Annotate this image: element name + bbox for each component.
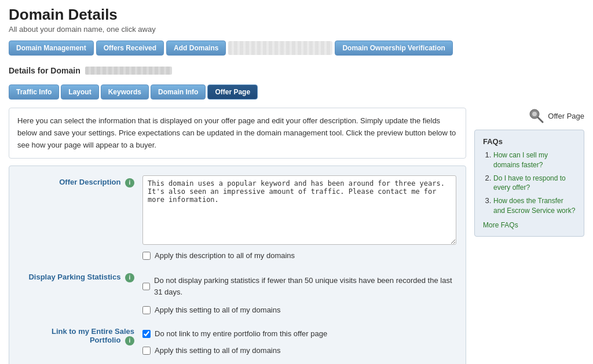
- portfolio-link-label: Link to my Entire Sales Portfolio i: [19, 325, 134, 345]
- search-icon: [528, 108, 544, 124]
- portfolio-do-not-link-checkbox[interactable]: [142, 330, 151, 338]
- svg-line-2: [538, 117, 543, 122]
- parking-statistics-checkboxes: Do not display parking statistics if few…: [142, 270, 456, 314]
- details-header: Details for Domain: [9, 62, 584, 79]
- faq-list: How can I sell my domains faster? Do I h…: [483, 150, 576, 216]
- parking-statistics-info-icon[interactable]: i: [125, 273, 134, 282]
- sidebar: Offer Page FAQs How can I sell my domain…: [474, 108, 584, 364]
- nav-offers-received[interactable]: Offers Received: [96, 41, 164, 56]
- domain-name-blurred-top: [228, 41, 332, 55]
- faq-box: FAQs How can I sell my domains faster? D…: [474, 130, 584, 237]
- details-label: Details for Domain: [9, 66, 80, 75]
- faq-item-1: How can I sell my domains faster?: [493, 150, 576, 170]
- faq-title: FAQs: [483, 137, 576, 146]
- top-navigation: Domain Management Offers Received Add Do…: [9, 41, 584, 56]
- portfolio-apply-checkbox[interactable]: [142, 347, 151, 355]
- offer-description-info-icon[interactable]: i: [125, 178, 134, 187]
- page-title: Domain Details All about your domain nam…: [9, 6, 584, 34]
- nav-domain-management[interactable]: Domain Management: [9, 41, 94, 56]
- parking-do-not-display-row: Do not display parking statistics if few…: [142, 275, 456, 297]
- faq-link-3[interactable]: How does the Transfer and Escrow Service…: [493, 197, 575, 215]
- offer-description-apply-row: Apply this description to all of my doma…: [142, 251, 456, 260]
- offer-description-apply-label: Apply this description to all of my doma…: [155, 251, 295, 260]
- portfolio-apply-label: Apply this setting to all of my domains: [155, 346, 281, 355]
- portfolio-link-row: Link to my Entire Sales Portfolio i Do n…: [19, 325, 456, 355]
- offer-description-row: Offer Description i This domain uses a p…: [19, 175, 456, 260]
- tab-keywords[interactable]: Keywords: [101, 84, 149, 100]
- offer-description-apply-checkbox[interactable]: [142, 252, 151, 260]
- offer-description-field: This domain uses a popular keyword and h…: [142, 175, 456, 260]
- tab-layout[interactable]: Layout: [61, 84, 98, 100]
- faq-item-2: Do I have to respond to every offer?: [493, 174, 576, 193]
- tab-traffic-info[interactable]: Traffic Info: [9, 84, 59, 100]
- faq-link-1[interactable]: How can I sell my domains faster?: [493, 151, 548, 169]
- portfolio-do-not-link-label: Do not link to my entire portfolio from …: [155, 329, 327, 338]
- tab-offer-page[interactable]: Offer Page: [207, 84, 258, 100]
- portfolio-link-info-icon[interactable]: i: [125, 336, 134, 345]
- parking-do-not-display-label: Do not display parking statistics if few…: [154, 275, 456, 297]
- parking-statistics-label: Display Parking Statistics i: [19, 270, 134, 282]
- portfolio-link-checkboxes: Do not link to my entire portfolio from …: [142, 325, 456, 355]
- offer-page-preview-label[interactable]: Offer Page: [548, 112, 584, 120]
- parking-statistics-row: Display Parking Statistics i Do not disp…: [19, 270, 456, 314]
- offer-description-label: Offer Description i: [19, 175, 134, 187]
- svg-point-1: [532, 112, 537, 116]
- offer-description-textarea[interactable]: This domain uses a popular keyword and h…: [142, 175, 456, 245]
- parking-apply-label: Apply this setting to all of my domains: [155, 306, 281, 314]
- parking-statistics-field: Do not display parking statistics if few…: [142, 270, 456, 314]
- tab-domain-info[interactable]: Domain Info: [151, 84, 206, 100]
- nav-domain-ownership-verification[interactable]: Domain Ownership Verification: [335, 41, 452, 56]
- form-panel: Offer Description i This domain uses a p…: [9, 166, 466, 364]
- faq-item-3: How does the Transfer and Escrow Service…: [493, 196, 576, 216]
- parking-apply-row: Apply this setting to all of my domains: [142, 306, 456, 314]
- info-text: Here you can select the information that…: [9, 108, 466, 159]
- faq-link-2[interactable]: Do I have to respond to every offer?: [493, 174, 566, 192]
- portfolio-link-field: Do not link to my entire portfolio from …: [142, 325, 456, 355]
- parking-apply-checkbox[interactable]: [142, 306, 151, 314]
- content-area: Here you can select the information that…: [9, 108, 584, 364]
- main-panel: Here you can select the information that…: [9, 108, 466, 364]
- more-faqs-link[interactable]: More FAQs: [483, 221, 518, 229]
- sub-tabs: Traffic Info Layout Keywords Domain Info…: [9, 84, 584, 100]
- portfolio-apply-row: Apply this setting to all of my domains: [142, 346, 456, 355]
- domain-name-blurred: [85, 67, 172, 75]
- portfolio-do-not-link-row: Do not link to my entire portfolio from …: [142, 329, 456, 338]
- nav-add-domains[interactable]: Add Domains: [166, 41, 226, 56]
- parking-do-not-display-checkbox[interactable]: [142, 282, 150, 291]
- offer-page-preview-row: Offer Page: [474, 108, 584, 124]
